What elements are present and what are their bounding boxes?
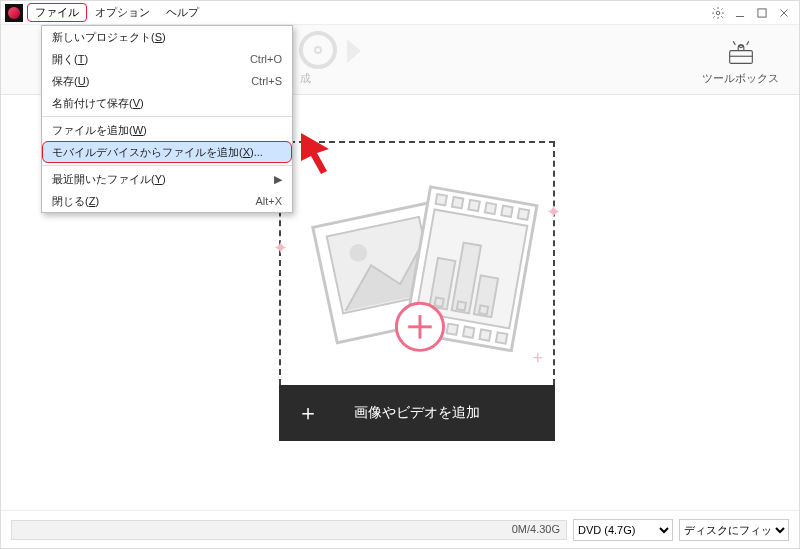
svg-rect-15	[468, 200, 479, 211]
file-menu-dropdown: 新しいプロジェクト(S) 開く(T) Ctrl+O 保存(U) Ctrl+S 名…	[41, 25, 293, 213]
annotation-arrow-icon	[299, 131, 343, 179]
status-bar: 0M/4.30G DVD (4.7G) ディスクにフィット	[1, 510, 799, 548]
menu-add-file[interactable]: ファイルを追加(W)	[42, 119, 292, 141]
sparkle-icon: ✦	[546, 201, 561, 223]
menu-file[interactable]: ファイル	[27, 3, 87, 22]
toolbox-label: ツールボックス	[702, 72, 779, 84]
plus-icon: ＋	[297, 398, 319, 428]
svg-marker-8	[301, 133, 329, 174]
svg-rect-13	[436, 194, 447, 205]
menu-save[interactable]: 保存(U) Ctrl+S	[42, 70, 292, 92]
disc-usage-bar: 0M/4.30G	[11, 520, 567, 540]
svg-point-0	[716, 11, 720, 15]
placeholder-illustration	[293, 155, 541, 371]
add-media-button[interactable]: ＋ 画像やビデオを追加	[279, 385, 555, 441]
svg-rect-30	[457, 301, 466, 310]
svg-rect-29	[435, 297, 444, 306]
svg-rect-17	[501, 206, 512, 217]
menu-options[interactable]: オプション	[87, 3, 158, 22]
hidden-step-label: 成	[300, 71, 311, 86]
disc-type-select[interactable]: DVD (4.7G)	[573, 519, 673, 541]
svg-rect-18	[518, 209, 529, 220]
svg-rect-5	[729, 51, 752, 64]
menu-new-project[interactable]: 新しいプロジェクト(S)	[42, 26, 292, 48]
accel-text: Alt+X	[255, 195, 282, 207]
disc-usage-text: 0M/4.30G	[512, 523, 560, 535]
disc-step-icon	[299, 31, 337, 69]
menu-help[interactable]: ヘルプ	[158, 3, 207, 22]
svg-rect-16	[485, 203, 496, 214]
add-media-label: 画像やビデオを追加	[354, 404, 480, 422]
svg-rect-24	[496, 332, 507, 343]
svg-rect-2	[758, 8, 766, 16]
gear-icon[interactable]	[707, 2, 729, 24]
accel-text: Ctrl+S	[251, 75, 282, 87]
maximize-icon[interactable]	[751, 2, 773, 24]
menu-separator	[42, 116, 292, 117]
menu-save-as[interactable]: 名前付けて保存(V)	[42, 92, 292, 114]
menu-close[interactable]: 閉じる(Z) Alt+X	[42, 190, 292, 212]
media-drop-zone[interactable]: ✦ ✦ +	[279, 141, 555, 441]
svg-rect-21	[447, 324, 458, 335]
svg-rect-14	[452, 197, 463, 208]
menu-open[interactable]: 開く(T) Ctrl+O	[42, 48, 292, 70]
submenu-arrow-icon: ▶	[274, 173, 282, 186]
menu-add-from-mobile[interactable]: モバイルデバイスからファイルを追加(X)...	[42, 141, 292, 163]
chevron-right-icon	[347, 39, 361, 63]
close-icon[interactable]	[773, 2, 795, 24]
menubar: ファイル オプション ヘルプ	[1, 1, 799, 25]
accel-text: Ctrl+O	[250, 53, 282, 65]
menu-recent-files[interactable]: 最近開いたファイル(Y) ▶	[42, 168, 292, 190]
svg-rect-22	[463, 326, 474, 337]
svg-rect-31	[479, 305, 488, 314]
minimize-icon[interactable]	[729, 2, 751, 24]
toolbox-button[interactable]: ツールボックス	[702, 35, 779, 86]
svg-rect-23	[479, 329, 490, 340]
app-icon	[5, 4, 23, 22]
menu-separator	[42, 165, 292, 166]
svg-point-7	[739, 45, 742, 48]
sparkle-icon: ✦	[273, 237, 288, 259]
fit-mode-select[interactable]: ディスクにフィット	[679, 519, 789, 541]
